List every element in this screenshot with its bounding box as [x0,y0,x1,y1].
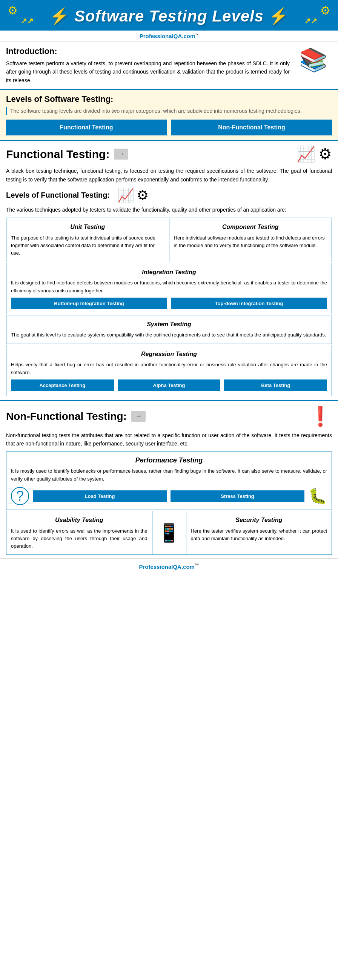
functional-testing-section: Functional Testing: → 📈 ⚙ A black box te… [0,141,338,400]
usability-testing-body: It is used to identify errors as well as… [11,527,148,550]
performance-testing-card: Performance Testing It is mostly used to… [6,452,332,510]
security-testing-body: Here the tester verifies system security… [191,527,327,542]
ft-body: A black box testing technique, functiona… [6,167,332,184]
nft-body: Non-functional testing tests the attribu… [6,431,332,448]
brand-top: ProfessionalQA.com™ [0,30,338,42]
bottom-up-integration-button[interactable]: Bottom-up Integration Testing [11,298,167,309]
brand-tm: ™ [195,33,198,37]
nft-exclamation-icon: ❗ [309,406,332,427]
intro-image: 📚 [294,46,332,73]
integration-buttons: Bottom-up Integration Testing Top-down I… [11,298,327,309]
lft-desc: The various techniques adopted by tester… [6,205,332,214]
lightning-right-icon: ⚡ [269,7,289,25]
component-testing-title: Component Testing [174,223,327,232]
ft-gear-icon: ⚙ [318,145,332,163]
ft-arrow-icon: → [114,149,128,159]
ft-icons: 📈 ⚙ [297,145,332,163]
regression-testing-card: Regression Testing Helps verify that a f… [6,345,332,396]
system-testing-title: System Testing [11,320,327,329]
gear-right-icon: ⚙ [320,4,330,17]
footer-brand-tm: ™ [195,562,199,567]
lightning-left-icon: ⚡ [49,7,69,25]
alpha-testing-button[interactable]: Alpha Testing [118,379,221,391]
security-testing-card: Security Testing Here the tester verifie… [187,511,332,555]
non-functional-testing-button[interactable]: Non-Functional Testing [171,119,332,135]
lft-gear-icon: ⚙ [137,188,148,203]
tablet-icon: 📱 [152,511,187,555]
question-circle-icon: ? [11,487,29,505]
brand-name: ProfessionalQA.com [140,33,195,39]
usability-security-row: Usability Testing It is used to identify… [6,511,332,555]
load-testing-button[interactable]: Load Testing [33,490,167,502]
system-testing-body: The goal at this level is to evaluate sy… [11,331,327,339]
levels-buttons: Functional Testing Non-Functional Testin… [6,119,332,135]
performance-testing-title: Performance Testing [11,457,327,465]
regression-testing-title: Regression Testing [11,350,327,359]
page-header: ⚙ ⚙ ⚡ Software Testing Levels ⚡ ↗↗ ↗↗ [0,0,338,30]
usability-testing-title: Usability Testing [11,515,148,525]
lft-heading: Levels of Functional Testing: [6,191,110,200]
performance-testing-body: It is mostly used to identify bottleneck… [11,468,327,483]
lft-icons: 📈 ⚙ [117,188,148,203]
usability-testing-card: Usability Testing It is used to identify… [6,511,152,555]
ft-chart-icon: 📈 [297,145,316,163]
integration-testing-card: Integration Testing It is designed to fi… [6,263,332,314]
integration-testing-body: It is designed to find interface defects… [11,279,327,294]
beta-testing-button[interactable]: Beta Testing [224,379,327,391]
introduction-section: Introduction: Software testers perform a… [0,42,338,90]
component-testing-card: Component Testing Here individual softwa… [169,218,332,261]
footer-brand-name: ProfessionalQA.com [139,563,195,570]
top-down-integration-button[interactable]: Top-down Integration Testing [171,298,327,309]
intro-heading: Introduction: [6,46,290,56]
page-title: ⚡ Software Testing Levels ⚡ [8,7,330,25]
unit-testing-card: Unit Testing The purpose of this testing… [6,218,169,261]
bug-icon: 🐛 [308,487,327,505]
arrows-right-deco: ↗↗ [305,16,317,25]
acceptance-testing-button[interactable]: Acceptance Testing [11,379,114,391]
integration-testing-title: Integration Testing [11,268,327,277]
intro-body: Software testers perform a variety of te… [6,59,290,84]
unit-testing-title: Unit Testing [11,223,164,232]
levels-heading: Levels of Software Testing: [6,94,332,104]
lft-chart-icon: 📈 [117,188,134,203]
nft-heading-row: Non-Functional Testing: → ❗ [6,406,332,427]
arrows-left-deco: ↗↗ [21,16,33,25]
ft-heading: Functional Testing: [6,148,109,161]
functional-testing-button[interactable]: Functional Testing [6,119,167,135]
lft-heading-row: Levels of Functional Testing: 📈 ⚙ [6,188,332,203]
security-testing-title: Security Testing [191,515,327,525]
levels-desc: The software testing levels are divided … [6,107,332,115]
gear-left-icon: ⚙ [8,4,18,17]
brand-bottom: ProfessionalQA.com™ [0,558,338,574]
system-testing-card: System Testing The goal at this level is… [6,315,332,344]
non-functional-testing-section: Non-Functional Testing: → ❗ Non-function… [0,400,338,558]
unit-testing-body: The purpose of this testing is to test i… [11,234,164,257]
component-testing-body: Here individual software modules are tes… [174,234,327,249]
nft-heading: Non-Functional Testing: [6,410,127,423]
performance-buttons-row: ? Load Testing Stress Testing 🐛 [11,487,327,505]
levels-section: Levels of Software Testing: The software… [0,90,338,141]
regression-buttons: Acceptance Testing Alpha Testing Beta Te… [11,379,327,391]
unit-component-row: Unit Testing The purpose of this testing… [6,218,332,262]
stress-testing-button[interactable]: Stress Testing [171,490,305,502]
nft-arrow-icon: → [131,411,146,422]
ft-heading-row: Functional Testing: → 📈 ⚙ [6,145,332,163]
regression-testing-body: Helps verify that a fixed bug or error h… [11,361,327,376]
